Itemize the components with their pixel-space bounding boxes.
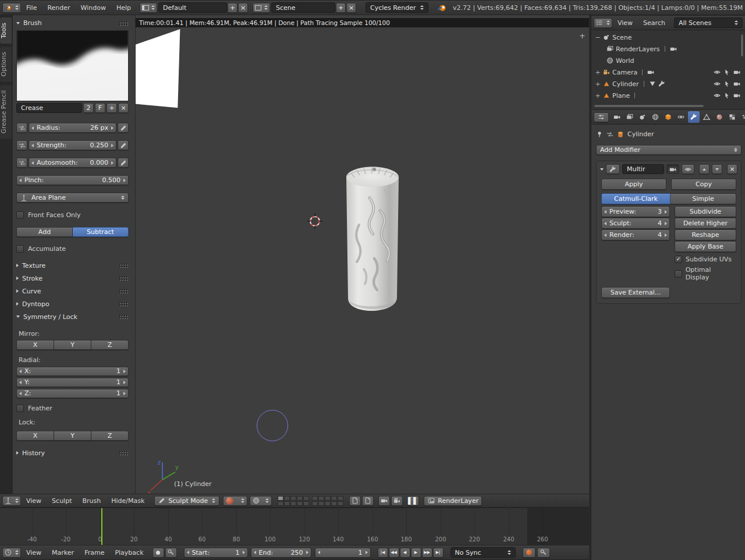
panel-open-icon[interactable] xyxy=(600,168,604,171)
menu-brush[interactable]: Brush xyxy=(77,494,106,507)
panel-grip-icon[interactable] xyxy=(119,289,129,293)
layer-group-1[interactable] xyxy=(278,496,309,506)
outliner-horizontal-scrollbar[interactable] xyxy=(594,104,704,108)
tree-row-renderlayers[interactable]: RenderLayers xyxy=(595,43,745,55)
expand-icon[interactable]: + xyxy=(595,69,601,76)
sync-audio-button[interactable] xyxy=(537,548,550,558)
strength-pressure-button[interactable] xyxy=(118,140,129,150)
dyntopo-panel-header[interactable]: Dyntopo xyxy=(16,300,129,308)
stroke-panel-header[interactable]: Stroke xyxy=(16,275,129,282)
add-modifier-dropdown[interactable]: Add Modifier xyxy=(596,145,742,155)
brush-preview-image[interactable] xyxy=(16,30,129,101)
breadcrumb-object-name[interactable]: Cylinder xyxy=(627,130,654,138)
jump-to-end-button[interactable]: ▶| xyxy=(433,548,444,558)
next-keyframe-button[interactable]: ▶▶ xyxy=(422,548,432,558)
cursor-select-icon[interactable] xyxy=(723,69,730,76)
cursor-select-icon[interactable] xyxy=(723,92,730,99)
unlink-brush-button[interactable]: × xyxy=(118,103,129,113)
tree-row-cylinder[interactable]: + Cylinder xyxy=(595,78,745,90)
tab-world[interactable] xyxy=(650,111,661,123)
strength-slider[interactable]: Strength: 0.250 xyxy=(29,140,116,150)
editor-type-button-timeline[interactable] xyxy=(2,548,21,558)
panel-grip-icon[interactable] xyxy=(119,451,129,455)
panel-grip-icon[interactable] xyxy=(119,302,129,306)
tab-tools[interactable]: Tools xyxy=(0,17,12,44)
tab-object-data[interactable] xyxy=(701,111,712,123)
panel-grip-icon[interactable] xyxy=(119,263,129,268)
outliner-vertical-scrollbar[interactable] xyxy=(740,34,744,57)
panel-grip-icon[interactable] xyxy=(119,21,129,26)
eye-icon[interactable] xyxy=(714,69,721,76)
scene-name-field[interactable]: Scene xyxy=(271,2,335,13)
region-expand-button[interactable]: + xyxy=(579,31,586,40)
delete-screen-layout-button[interactable]: × xyxy=(238,3,248,13)
apply-modifier-button[interactable]: Apply xyxy=(601,179,666,190)
prev-keyframe-button[interactable]: ◀◀ xyxy=(389,548,399,558)
play-button[interactable]: ▶ xyxy=(411,548,421,558)
screen-layout-name-field[interactable]: Default xyxy=(158,2,227,13)
av-sync-dropdown[interactable]: No Sync xyxy=(450,547,516,558)
save-external-button[interactable]: Save External... xyxy=(601,287,670,298)
delete-higher-button[interactable]: Delete Higher xyxy=(675,218,736,229)
viewport-3d[interactable]: Time:00:01.41 | Mem:46.91M, Peak:46.91M … xyxy=(135,15,589,494)
opengl-render-still-button[interactable] xyxy=(378,496,390,506)
subdivide-uvs-checkbox[interactable]: ✓ xyxy=(675,256,682,263)
eye-icon[interactable] xyxy=(714,80,721,87)
scene-lock-button[interactable] xyxy=(349,496,361,506)
symmetry-panel-header[interactable]: Symmetry / Lock xyxy=(16,313,129,321)
mirror-x-button[interactable]: X xyxy=(16,340,54,350)
new-brush-button[interactable]: + xyxy=(107,103,117,113)
radius-slider[interactable]: Radius: 26 px xyxy=(29,123,116,133)
modifier-view-toggle[interactable] xyxy=(682,164,694,174)
subtract-direction-button[interactable]: Subtract xyxy=(73,227,129,237)
frame-start-field[interactable]: Start: 1 xyxy=(184,548,248,558)
brush-users-button[interactable]: 2 xyxy=(83,103,94,113)
tree-row-camera[interactable]: + Camera xyxy=(595,66,745,78)
catmull-clark-button[interactable]: Catmull-Clark xyxy=(601,193,670,204)
eye-icon[interactable] xyxy=(714,92,721,99)
preview-level-field[interactable]: Preview: 3 xyxy=(601,206,670,217)
tab-material[interactable] xyxy=(714,111,725,123)
tab-object[interactable] xyxy=(662,111,674,123)
jump-to-start-button[interactable]: |◀ xyxy=(378,548,388,558)
pivot-center-dropdown[interactable] xyxy=(250,496,272,506)
menu-help[interactable]: Help xyxy=(111,1,136,15)
mode-dropdown[interactable]: Sculpt Mode xyxy=(154,496,219,506)
tree-item-label[interactable]: Scene xyxy=(612,34,632,41)
unified-strength-button[interactable] xyxy=(16,140,27,150)
menu-file[interactable]: File xyxy=(21,1,42,15)
menu-view[interactable]: View xyxy=(21,545,47,559)
render-engine-dropdown[interactable]: Cycles Render xyxy=(366,2,428,13)
menu-window[interactable]: Window xyxy=(76,1,111,15)
pinch-slider[interactable]: Pinch: 0.500 xyxy=(16,175,129,185)
frame-end-field[interactable]: End: 250 xyxy=(251,548,311,558)
screen-layout-browse-button[interactable] xyxy=(140,3,157,13)
menu-sculpt[interactable]: Sculpt xyxy=(47,494,77,507)
fake-user-button[interactable]: F xyxy=(95,103,105,113)
move-modifier-up-button[interactable] xyxy=(699,164,709,174)
modifier-render-toggle[interactable] xyxy=(666,164,679,174)
menu-render[interactable]: Render xyxy=(42,1,75,15)
render-restrict-icon[interactable] xyxy=(733,80,740,87)
mirror-y-button[interactable]: Y xyxy=(54,340,91,350)
delete-modifier-button[interactable]: × xyxy=(727,164,737,174)
apply-base-button[interactable]: Apply Base xyxy=(675,241,736,252)
texture-panel-header[interactable]: Texture xyxy=(16,262,129,270)
render-restrict-icon[interactable] xyxy=(733,92,740,99)
play-reverse-button[interactable]: ◀ xyxy=(400,548,410,558)
tab-options[interactable]: Options xyxy=(0,47,12,81)
add-direction-button[interactable]: Add xyxy=(16,227,73,237)
accumulate-checkbox[interactable] xyxy=(16,245,24,253)
tab-grease-pencil[interactable]: Grease Pencil xyxy=(0,85,12,139)
tab-constraints[interactable] xyxy=(675,111,687,123)
expand-icon[interactable]: + xyxy=(595,92,601,100)
front-faces-checkbox[interactable] xyxy=(16,211,24,219)
timeline-body[interactable]: -40 -20 0 20 40 60 80 100 120 140 160 18… xyxy=(0,508,589,545)
pin-icon[interactable] xyxy=(596,131,603,138)
tab-scene[interactable] xyxy=(637,111,648,123)
feather-checkbox[interactable] xyxy=(16,405,24,412)
layer-group-2[interactable] xyxy=(312,496,343,506)
copy-modifier-button[interactable]: Copy xyxy=(671,179,736,190)
tree-row-scene[interactable]: − Scene xyxy=(595,31,745,43)
reshape-button[interactable]: Reshape xyxy=(675,229,736,240)
